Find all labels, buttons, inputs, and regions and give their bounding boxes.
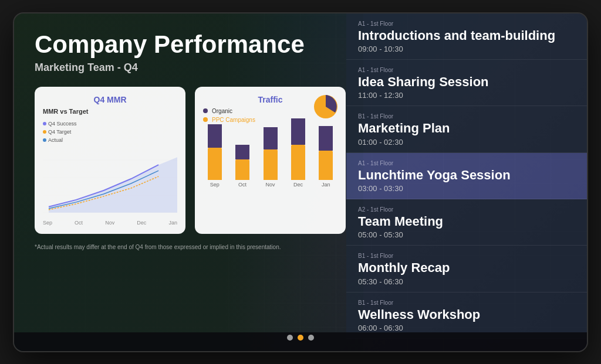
schedule-name-1: Idea Sharing Session [358,74,575,90]
mmr-chart-subtitle: MMR vs Target [43,108,177,115]
schedule-floor-1: A1 - 1st Floor [358,67,575,73]
traffic-chart-card: Traffic Organic PPC Campaigns [195,87,346,234]
pagination-dots [287,335,314,341]
charts-row: Q4 MMR MMR vs Target Q4 Success Q4 Targe… [35,87,346,234]
schedule-name-0: Introductions and team-building [358,28,575,43]
dot-0[interactable] [287,335,293,341]
pie-chart [312,93,340,121]
schedule-floor-4: A2 - 1st Floor [358,206,575,213]
schedule-item-4: A2 - 1st Floor Team Meeting 05:00 - 05:3… [346,199,587,246]
schedule-name-3: Lunchtime Yoga Session [358,168,575,183]
schedule-name-5: Monthly Recap [358,260,575,275]
schedule-name-4: Team Meeting [358,214,575,229]
schedule-time-5: 05:30 - 06:30 [358,277,575,286]
mmr-legend: Q4 Success Q4 Target Actual [43,120,177,145]
schedule-floor-6: B1 - 1st Floor [358,300,575,306]
schedule-time-2: 01:00 - 02:30 [358,138,575,147]
company-title: Company Performance [35,31,346,58]
schedule-time-4: 05:00 - 05:30 [358,230,575,239]
dot-1[interactable] [298,335,303,341]
mmr-chart-card: Q4 MMR MMR vs Target Q4 Success Q4 Targe… [35,87,185,234]
schedule-item-1: A1 - 1st Floor Idea Sharing Session 11:0… [346,60,587,106]
schedule-item-2: B1 - 1st Floor Marketing Plan 01:00 - 02… [346,106,587,152]
schedule-time-3: 03:00 - 03:30 [358,184,575,193]
company-subtitle: Marketing Team - Q4 [35,62,346,74]
schedule-name-2: Marketing Plan [358,121,575,136]
disclaimer: *Actual results may differ at the end of… [35,243,346,251]
schedule-floor-3: A1 - 1st Floor [358,160,575,166]
schedule-time-1: 11:00 - 12:30 [358,91,575,100]
schedule-time-0: 09:00 - 10:30 [358,45,575,53]
schedule-item-5: B1 - 1st Floor Monthly Recap 05:30 - 06:… [346,246,587,292]
left-panel: Company Performance Marketing Team - Q4 … [14,13,363,351]
schedule-item-0: A1 - 1st Floor Introductions and team-bu… [346,13,587,60]
schedule-floor-0: A1 - 1st Floor [358,21,575,27]
mmr-chart-title: Q4 MMR [43,95,177,104]
right-panel: A1 - 1st Floor Introductions and team-bu… [346,13,587,351]
mmr-x-labels: Sep Oct Nov Dec Jan [43,220,177,226]
line-chart [43,148,177,219]
screen-wrapper: Company Performance Marketing Team - Q4 … [13,12,588,352]
dot-2[interactable] [308,335,314,341]
schedule-name-6: Wellness Workshop [358,307,575,322]
schedule-time-6: 06:00 - 06:30 [358,324,575,332]
bar-chart-bars: Sep Oct [203,129,337,188]
schedule-item-3: A1 - 1st Floor Lunchtime Yoga Session 03… [346,153,587,199]
schedule-floor-2: B1 - 1st Floor [358,113,575,120]
schedule-floor-5: B1 - 1st Floor [358,253,575,259]
